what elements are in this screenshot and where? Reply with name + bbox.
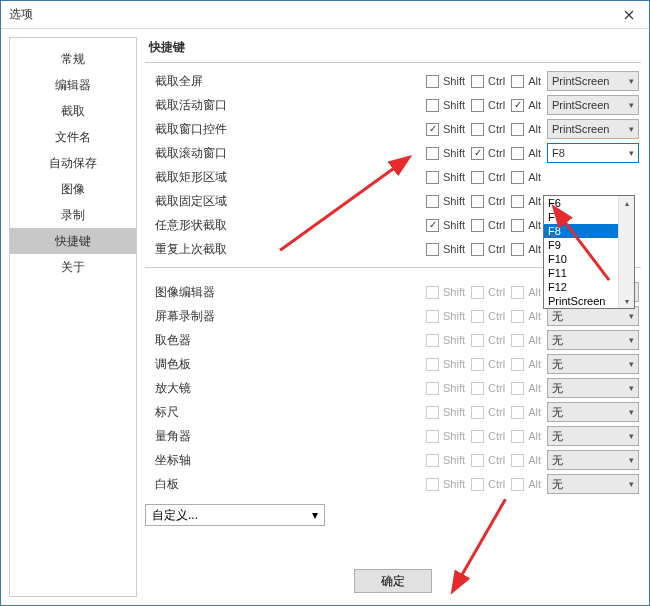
ctrl-modifier[interactable]: Ctrl xyxy=(471,147,505,160)
shift-modifier[interactable]: Shift xyxy=(426,147,465,160)
close-button[interactable] xyxy=(609,1,649,29)
modifier-label: Alt xyxy=(528,147,541,159)
checkbox-icon xyxy=(426,382,439,395)
key-select[interactable]: 无 ▾ xyxy=(547,306,639,326)
checkbox-icon xyxy=(426,454,439,467)
modifier-label: Alt xyxy=(528,406,541,418)
modifier-label: Ctrl xyxy=(488,358,505,370)
shift-modifier[interactable]: Shift xyxy=(426,195,465,208)
sidebar-item[interactable]: 常规 xyxy=(10,46,136,72)
alt-modifier: Alt xyxy=(511,382,541,395)
modifier-label: Ctrl xyxy=(488,286,505,298)
key-select[interactable]: 无 ▾ xyxy=(547,354,639,374)
chevron-down-icon: ▾ xyxy=(629,335,634,345)
shortcut-label: 调色板 xyxy=(155,356,275,373)
alt-modifier[interactable]: Alt xyxy=(511,99,541,112)
modifier-label: Ctrl xyxy=(488,334,505,346)
sidebar-item[interactable]: 关于 xyxy=(10,254,136,280)
sidebar-item[interactable]: 快捷键 xyxy=(10,228,136,254)
ctrl-modifier[interactable]: Ctrl xyxy=(471,75,505,88)
shift-modifier[interactable]: Shift xyxy=(426,123,465,136)
shift-modifier: Shift xyxy=(426,358,465,371)
shortcut-label: 标尺 xyxy=(155,404,275,421)
key-select[interactable]: 无 ▾ xyxy=(547,330,639,350)
modifier-group: Shift Ctrl Alt xyxy=(275,358,547,371)
shift-modifier[interactable]: Shift xyxy=(426,75,465,88)
checkbox-icon xyxy=(511,171,524,184)
chevron-down-icon: ▾ xyxy=(629,100,634,110)
ctrl-modifier[interactable]: Ctrl xyxy=(471,99,505,112)
checkbox-icon xyxy=(426,478,439,491)
shortcut-row: 截取窗口控件 Shift Ctrl Alt PrintScreen ▾ xyxy=(155,117,639,141)
checkbox-icon xyxy=(511,382,524,395)
checkbox-icon xyxy=(471,334,484,347)
sidebar-item[interactable]: 图像 xyxy=(10,176,136,202)
alt-modifier[interactable]: Alt xyxy=(511,219,541,232)
scrollbar[interactable]: ▴ ▾ xyxy=(618,196,634,308)
modifier-label: Shift xyxy=(443,478,465,490)
custom-dropdown[interactable]: 自定义... ▾ xyxy=(145,504,325,526)
sidebar-item[interactable]: 录制 xyxy=(10,202,136,228)
close-icon xyxy=(624,10,634,20)
key-select[interactable]: 无 ▾ xyxy=(547,450,639,470)
alt-modifier[interactable]: Alt xyxy=(511,147,541,160)
modifier-label: Ctrl xyxy=(488,454,505,466)
key-select[interactable]: 无 ▾ xyxy=(547,378,639,398)
key-select[interactable]: 无 ▾ xyxy=(547,426,639,446)
sidebar-item[interactable]: 自动保存 xyxy=(10,150,136,176)
shift-modifier[interactable]: Shift xyxy=(426,243,465,256)
alt-modifier[interactable]: Alt xyxy=(511,195,541,208)
shortcut-label: 放大镜 xyxy=(155,380,275,397)
alt-modifier[interactable]: Alt xyxy=(511,75,541,88)
checkbox-icon xyxy=(471,478,484,491)
checkbox-icon xyxy=(426,310,439,323)
scroll-down-icon[interactable]: ▾ xyxy=(619,294,634,308)
shortcut-label: 取色器 xyxy=(155,332,275,349)
key-select[interactable]: 无 ▾ xyxy=(547,474,639,494)
shift-modifier: Shift xyxy=(426,382,465,395)
button-bar: 确定 xyxy=(145,569,641,593)
checkbox-icon xyxy=(511,75,524,88)
ctrl-modifier: Ctrl xyxy=(471,478,505,491)
alt-modifier: Alt xyxy=(511,430,541,443)
custom-dropdown-label: 自定义... xyxy=(152,507,198,524)
sidebar-item[interactable]: 编辑器 xyxy=(10,72,136,98)
shift-modifier[interactable]: Shift xyxy=(426,99,465,112)
alt-modifier: Alt xyxy=(511,310,541,323)
alt-modifier[interactable]: Alt xyxy=(511,123,541,136)
shift-modifier[interactable]: Shift xyxy=(426,171,465,184)
shift-modifier[interactable]: Shift xyxy=(426,219,465,232)
modifier-label: Alt xyxy=(528,310,541,322)
scroll-up-icon[interactable]: ▴ xyxy=(619,196,634,210)
ok-button[interactable]: 确定 xyxy=(354,569,432,593)
ctrl-modifier: Ctrl xyxy=(471,454,505,467)
checkbox-icon xyxy=(511,430,524,443)
alt-modifier[interactable]: Alt xyxy=(511,171,541,184)
key-select[interactable]: 无 ▾ xyxy=(547,402,639,422)
checkbox-icon xyxy=(471,310,484,323)
key-select[interactable]: PrintScreen ▾ xyxy=(547,119,639,139)
ctrl-modifier[interactable]: Ctrl xyxy=(471,123,505,136)
checkbox-icon xyxy=(426,99,439,112)
modifier-label: Shift xyxy=(443,219,465,231)
key-select[interactable]: F8 ▾ xyxy=(547,143,639,163)
chevron-down-icon: ▾ xyxy=(629,479,634,489)
ctrl-modifier[interactable]: Ctrl xyxy=(471,243,505,256)
shortcut-row: 白板 Shift Ctrl Alt 无 ▾ xyxy=(155,472,639,496)
shift-modifier: Shift xyxy=(426,286,465,299)
checkbox-icon xyxy=(511,358,524,371)
sidebar-item[interactable]: 截取 xyxy=(10,98,136,124)
key-select-value: 无 xyxy=(552,429,563,444)
key-select[interactable]: PrintScreen ▾ xyxy=(547,95,639,115)
alt-modifier[interactable]: Alt xyxy=(511,243,541,256)
ctrl-modifier[interactable]: Ctrl xyxy=(471,219,505,232)
ctrl-modifier[interactable]: Ctrl xyxy=(471,195,505,208)
alt-modifier: Alt xyxy=(511,286,541,299)
key-dropdown-list[interactable]: ▴ ▾ F6F7F8F9F10F11F12PrintScreen xyxy=(543,195,635,309)
sidebar-item[interactable]: 文件名 xyxy=(10,124,136,150)
key-select[interactable]: PrintScreen ▾ xyxy=(547,71,639,91)
checkbox-icon xyxy=(471,430,484,443)
modifier-label: Ctrl xyxy=(488,195,505,207)
modifier-group: Shift Ctrl Alt xyxy=(275,171,547,184)
ctrl-modifier[interactable]: Ctrl xyxy=(471,171,505,184)
